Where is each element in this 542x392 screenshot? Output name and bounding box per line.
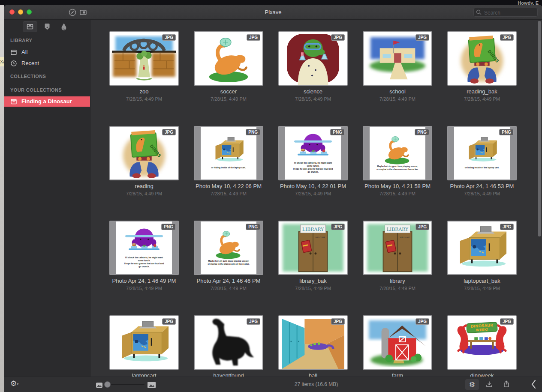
filetype-badge: JPG xyxy=(416,34,429,41)
filetype-badge: JPG xyxy=(247,34,260,41)
thumbnail[interactable]: PNG I'll check the cafeteria, he might w… xyxy=(278,126,348,180)
thumbnail[interactable]: JPG xyxy=(109,31,179,86)
thumbnail[interactable]: DiNOS JPG xyxy=(109,126,179,180)
filetype-badge: JPG xyxy=(331,34,345,41)
grid-item[interactable]: PNG I'll check the cafeteria, he might w… xyxy=(109,221,179,275)
share-button[interactable] xyxy=(500,379,513,390)
sidebar: LIBRARY All Recent COLLECTIONS YOUR COLL… xyxy=(4,20,90,377)
search-input[interactable] xyxy=(483,9,536,17)
grid-item[interactable]: DiNOS JPG reading_bak 7/28/15, 4:49 PM xyxy=(447,31,517,86)
titlebar[interactable]: Pixave xyxy=(4,5,542,20)
grid-item[interactable]: LIBRARY WELCOME JPG library_bak 7/28/15,… xyxy=(278,221,348,275)
grid-item[interactable]: JPG soccer 7/28/15, 4:49 PM xyxy=(194,31,263,86)
library-view-button[interactable] xyxy=(23,21,37,32)
item-title: Photo Apr 24, 1 46 46 PM xyxy=(186,278,271,284)
sidebar-item-all[interactable]: All xyxy=(4,47,90,57)
grid-item[interactable]: PNG or hiding inside of the laptop cart.… xyxy=(447,126,517,180)
item-title: library_bak xyxy=(271,278,355,284)
desktop-menubar: Howdy, E xyxy=(0,0,542,5)
thumbnail-caption-text: I'll check the cafeteria, he might want … xyxy=(289,162,337,174)
thumbnail[interactable]: JPG xyxy=(194,31,263,86)
item-date: 7/28/15, 4:49 PM xyxy=(271,96,355,102)
grid-item[interactable]: JPG farm xyxy=(363,315,432,370)
grid-item[interactable]: JPG school 7/28/15, 4:49 PM xyxy=(363,31,432,86)
grid-item[interactable]: LIBRARY WELCOME JPG library 7/28/15, 4:4… xyxy=(363,221,432,275)
grid-item[interactable]: PNG Maybe he's in gym class playing socc… xyxy=(363,126,432,180)
item-date: 7/28/15, 4:49 PM xyxy=(440,191,524,196)
thumbnail[interactable]: JPG xyxy=(194,315,263,370)
thumbnail[interactable]: LIBRARY WELCOME JPG xyxy=(278,221,348,275)
sidebar-toolbar xyxy=(4,20,90,33)
svg-text:LIBRARY: LIBRARY xyxy=(302,227,324,232)
grid-item[interactable]: JPG science 7/28/15, 4:49 PM xyxy=(278,31,348,86)
desktop-menubar-text: Howdy, E xyxy=(518,0,539,5)
grid-item[interactable]: JPG haventfound xyxy=(194,315,263,370)
color-filter-button[interactable] xyxy=(57,21,71,32)
grid-item[interactable]: JPG hall xyxy=(278,315,348,370)
item-title: library xyxy=(355,278,440,284)
scrollbar-thumb[interactable] xyxy=(538,21,541,236)
thumbnail[interactable]: JPG xyxy=(363,31,432,86)
thumbnail[interactable]: PNG or hiding inside of the laptop cart. xyxy=(194,126,263,180)
settings-menu-button[interactable]: ⚙▾ xyxy=(10,379,18,388)
thumbnail[interactable]: PNG or hiding inside of the laptop cart. xyxy=(447,126,517,180)
thumbnail[interactable]: DiNOS JPG xyxy=(447,31,517,86)
item-date: 7/28/15, 4:49 PM xyxy=(102,191,187,196)
section-label-library: LIBRARY xyxy=(10,38,32,43)
search-field[interactable] xyxy=(473,8,538,17)
item-title: Photo May 10, 4 22 01 PM xyxy=(271,183,355,189)
thumbnail[interactable]: JPG xyxy=(278,315,348,370)
filetype-badge: JPG xyxy=(162,318,176,325)
grid-item[interactable]: PNG I'll check the cafeteria, he might w… xyxy=(278,126,348,180)
thumbnail-caption-text: Maybe he's in gym class playing soccer, … xyxy=(374,165,421,171)
filetype-badge: JPG xyxy=(416,318,429,325)
thumbnail[interactable]: JPG xyxy=(109,315,179,370)
svg-text:WELCOME: WELCOME xyxy=(315,236,325,239)
item-date: 7/28/15, 4:49 PM xyxy=(355,96,440,102)
section-label-collections: COLLECTIONS xyxy=(10,74,46,79)
download-button[interactable] xyxy=(482,379,496,390)
svg-text:LIBRARY: LIBRARY xyxy=(387,227,409,232)
item-date: 7/28/15, 4:49 PM xyxy=(271,286,355,291)
filetype-badge: JPG xyxy=(331,318,345,325)
sidebar-item-label: Recent xyxy=(21,60,39,66)
thumbnail-caption-text: Maybe he's in gym class playing soccer, … xyxy=(205,260,252,266)
thumbnail[interactable]: JPG xyxy=(363,315,432,370)
grid-item[interactable]: DINOSAUR WEEK! JPG dinoweek xyxy=(447,315,517,370)
grid-item[interactable]: PNG Maybe he's in gym class playing socc… xyxy=(194,221,263,275)
item-date: 7/28/15, 4:49 PM xyxy=(271,191,355,196)
filetype-badge: PNG xyxy=(161,224,176,230)
item-date: 7/28/15, 4:49 PM xyxy=(186,96,271,102)
filetype-badge: JPG xyxy=(500,224,514,230)
collapse-panel-chevron[interactable] xyxy=(530,379,538,390)
item-title: Photo Apr 24, 1 46 49 PM xyxy=(102,278,187,284)
thumbnail[interactable]: PNG Maybe he's in gym class playing socc… xyxy=(194,221,263,275)
thumbnail[interactable]: JPG xyxy=(278,31,348,86)
item-date: 7/28/15, 4:49 PM xyxy=(186,286,271,291)
grid-item[interactable]: JPG zoo 7/28/15, 4:49 PM xyxy=(109,31,179,86)
sidebar-item-finding-a-dinosaur[interactable]: Finding a Dinosaur xyxy=(4,96,90,107)
filetype-badge: JPG xyxy=(247,318,260,325)
filetype-badge: PNG xyxy=(499,129,514,135)
background-window-text: Xa xyxy=(0,57,4,66)
search-icon xyxy=(476,9,482,15)
item-title: school xyxy=(355,88,440,95)
thumbnail[interactable]: PNG I'll check the cafeteria, he might w… xyxy=(109,221,179,275)
filetype-badge: JPG xyxy=(500,318,514,325)
thumbnail[interactable]: JPG xyxy=(447,221,517,275)
grid-item[interactable]: DiNOS JPG reading 7/28/15, 4:49 PM xyxy=(109,126,179,180)
filetype-badge: JPG xyxy=(162,129,176,135)
grid-item[interactable]: PNG or hiding inside of the laptop cart.… xyxy=(194,126,263,180)
thumbnail[interactable]: DINOSAUR WEEK! JPG xyxy=(447,315,517,370)
thumbnail[interactable]: PNG Maybe he's in gym class playing socc… xyxy=(363,126,432,180)
grid-item[interactable]: JPG laptopcart_bak 7/28/15, 4:49 PM xyxy=(447,221,517,275)
grid-item[interactable]: JPG laptopcart xyxy=(109,315,179,370)
item-title: laptopcart_bak xyxy=(440,278,524,284)
sidebar-item-recent[interactable]: Recent xyxy=(4,58,90,69)
item-date: 7/28/15, 4:49 PM xyxy=(102,286,187,291)
tags-view-button[interactable] xyxy=(40,21,54,32)
grid-settings-button[interactable]: ⚙ xyxy=(465,379,479,390)
thumbnail[interactable]: LIBRARY WELCOME JPG xyxy=(363,221,432,275)
item-title: Photo May 10, 4 22 06 PM xyxy=(186,183,271,189)
item-date: 7/28/15, 4:49 PM xyxy=(355,286,440,291)
